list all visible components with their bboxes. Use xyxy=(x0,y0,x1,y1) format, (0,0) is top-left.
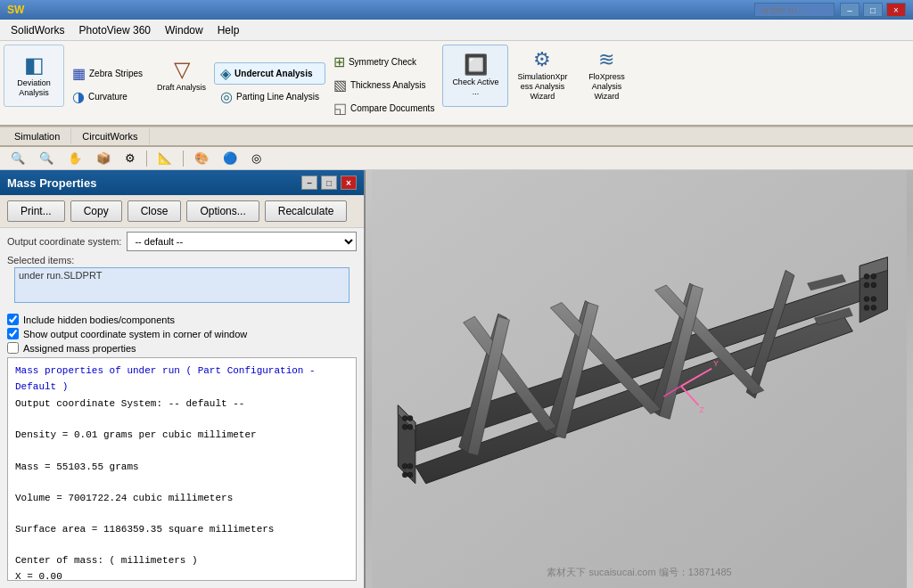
symmetry-check-btn[interactable]: ⊞ Symmetry Check xyxy=(327,51,440,73)
parting-line-icon: ◎ xyxy=(220,88,233,105)
check-active-icon: 🔲 xyxy=(464,55,488,75)
svg-point-16 xyxy=(402,416,407,421)
3d-scene: Y Z 素材天下 sucaisucai.com 编号：13871485 xyxy=(366,170,913,588)
assigned-mass-label: Assigned mass properties xyxy=(23,343,136,354)
color-btn[interactable]: 🎨 xyxy=(189,149,214,167)
svg-point-33 xyxy=(871,305,876,310)
dialog-toolbar: Print... Copy Close Options... Recalcula… xyxy=(0,195,364,228)
tab-circuitworks[interactable]: CircuitWorks xyxy=(71,128,149,144)
results-volume: Volume = 7001722.24 cubic millimeters xyxy=(15,491,349,507)
analysis-column: ▦ Zebra Stripes ◑ Curvature xyxy=(66,45,149,125)
menu-solidworks[interactable]: SolidWorks xyxy=(4,22,71,38)
svg-point-28 xyxy=(864,282,869,288)
view-box-btn[interactable]: 📦 xyxy=(91,149,116,167)
draft-icon: ▽ xyxy=(174,59,190,80)
mass-properties-results[interactable]: Mass properties of under run ( Part Conf… xyxy=(7,357,357,581)
dialog-titlebar: Mass Properties – □ × xyxy=(0,170,364,195)
compare-icon: ◱ xyxy=(333,100,347,117)
3d-model-svg: Y Z xyxy=(366,170,913,588)
results-density: Density = 0.01 grams per cubic millimete… xyxy=(15,428,349,444)
dialog-title: Mass Properties xyxy=(7,176,96,190)
simulationxpress-btn[interactable]: ⚙ SimulationXpress Analysis Wizard xyxy=(510,45,574,107)
parting-line-btn[interactable]: ◎ Parting Line Analysis xyxy=(214,86,325,108)
measure-btn[interactable]: 📐 xyxy=(152,149,177,167)
svg-point-18 xyxy=(402,424,407,429)
menu-window[interactable]: Window xyxy=(158,22,210,38)
dialog-close-btn[interactable]: × xyxy=(341,176,357,190)
dialog-maximize-btn[interactable]: □ xyxy=(321,176,337,190)
simulationxpress-label: SimulationXpress Analysis Wizard xyxy=(516,72,568,101)
recalculate-button[interactable]: Recalculate xyxy=(265,200,348,222)
svg-point-20 xyxy=(402,463,407,469)
app-logo: SW xyxy=(7,4,24,16)
compare-documents-btn[interactable]: ◱ Compare Documents xyxy=(327,97,440,119)
floxpress-icon: ≋ xyxy=(598,50,614,69)
results-center-x: X = 0.00 xyxy=(15,569,349,581)
assigned-mass-checkbox[interactable] xyxy=(7,342,19,354)
results-output-coord: Output coordinate System: -- default -- xyxy=(15,396,349,412)
options-button[interactable]: Options... xyxy=(186,200,259,222)
svg-point-27 xyxy=(871,274,876,279)
ribbon-tab-bar: Simulation CircuitWorks xyxy=(0,127,913,146)
minimize-btn[interactable]: – xyxy=(840,3,860,17)
print-button[interactable]: Print... xyxy=(7,200,65,222)
parting-line-label: Parting Line Analysis xyxy=(236,92,319,102)
include-hidden-checkbox[interactable] xyxy=(7,314,19,325)
checkboxes-section: Include hidden bodies/components Show ou… xyxy=(0,310,364,357)
compare-label: Compare Documents xyxy=(350,103,434,113)
material-btn[interactable]: 🔵 xyxy=(218,149,243,167)
results-heading: Mass properties of under run ( Part Conf… xyxy=(15,363,349,395)
svg-point-21 xyxy=(407,463,413,469)
floxpress-btn[interactable]: ≋ FloXpress Analysis Wizard xyxy=(576,45,637,107)
check-active-label: Check Active ... xyxy=(448,78,502,97)
assigned-mass-row: Assigned mass properties xyxy=(7,342,357,354)
rotate-btn[interactable]: ✋ xyxy=(62,149,87,167)
floxpress-label: FloXpress Analysis Wizard xyxy=(582,72,630,101)
zebra-icon: ▦ xyxy=(72,65,86,82)
selected-items-box: under run.SLDPRT xyxy=(14,267,350,303)
dialog-minimize-btn[interactable]: – xyxy=(301,176,317,190)
undercut-analysis-btn[interactable]: ◈ Undercut Analysis xyxy=(214,62,325,85)
3d-viewport[interactable]: Y Z 素材天下 sucaisucai.com 编号：13871485 xyxy=(366,170,913,588)
show-output-coord-label: Show output coordinate system in corner … xyxy=(23,329,247,339)
zoom-fit-btn[interactable]: 🔍 xyxy=(5,149,30,167)
results-mass: Mass = 55103.55 grams xyxy=(15,460,349,476)
symmetry-label: Symmetry Check xyxy=(349,57,416,67)
include-hidden-row: Include hidden bodies/components xyxy=(7,314,357,325)
app-titlebar: SW – □ × xyxy=(0,0,913,20)
svg-point-32 xyxy=(864,305,869,310)
curvature-btn[interactable]: ◑ Curvature xyxy=(66,86,149,108)
undercut-column: ◈ Undercut Analysis ◎ Parting Line Analy… xyxy=(214,45,325,125)
copy-button[interactable]: Copy xyxy=(70,200,122,222)
draft-analysis-btn[interactable]: ▽ Draft Analysis xyxy=(151,45,212,107)
origin-btn[interactable]: ◎ xyxy=(246,149,267,167)
thickness-analysis-btn[interactable]: ▧ Thickness Analysis xyxy=(327,74,440,96)
svg-point-26 xyxy=(864,274,869,279)
menu-help[interactable]: Help xyxy=(210,22,247,38)
svg-point-30 xyxy=(864,297,869,302)
title-search-input[interactable] xyxy=(754,3,835,17)
divider xyxy=(146,151,147,167)
zebra-stripes-btn[interactable]: ▦ Zebra Stripes xyxy=(66,62,149,85)
menu-photoview[interactable]: PhotoView 360 xyxy=(71,22,158,38)
undercut-icon: ◈ xyxy=(220,65,231,82)
coordinate-select[interactable]: -- default -- xyxy=(127,232,357,251)
thickness-icon: ▧ xyxy=(333,77,347,94)
close-button[interactable]: Close xyxy=(127,200,182,222)
zoom-btn[interactable]: 🔍 xyxy=(34,149,59,167)
svg-point-17 xyxy=(407,416,413,421)
tab-simulation[interactable]: Simulation xyxy=(4,128,71,144)
curvature-icon: ◑ xyxy=(72,88,85,105)
results-surface-area: Surface area = 1186359.35 square millime… xyxy=(15,522,349,538)
check-active-btn[interactable]: 🔲 Check Active ... xyxy=(442,45,508,107)
curvature-label: Curvature xyxy=(88,92,127,102)
show-output-coord-checkbox[interactable] xyxy=(7,328,19,339)
deviation-analysis-btn[interactable]: ◧ Deviation Analysis xyxy=(4,45,64,107)
maximize-btn[interactable]: □ xyxy=(863,3,883,17)
svg-rect-0 xyxy=(372,170,907,588)
draft-label: Draft Analysis xyxy=(157,83,206,93)
settings-btn[interactable]: ⚙ xyxy=(119,149,141,167)
close-btn[interactable]: × xyxy=(886,3,906,17)
sub-toolbar: 🔍 🔍 ✋ 📦 ⚙ 📐 🎨 🔵 ◎ xyxy=(0,147,913,170)
divider2 xyxy=(183,151,184,167)
